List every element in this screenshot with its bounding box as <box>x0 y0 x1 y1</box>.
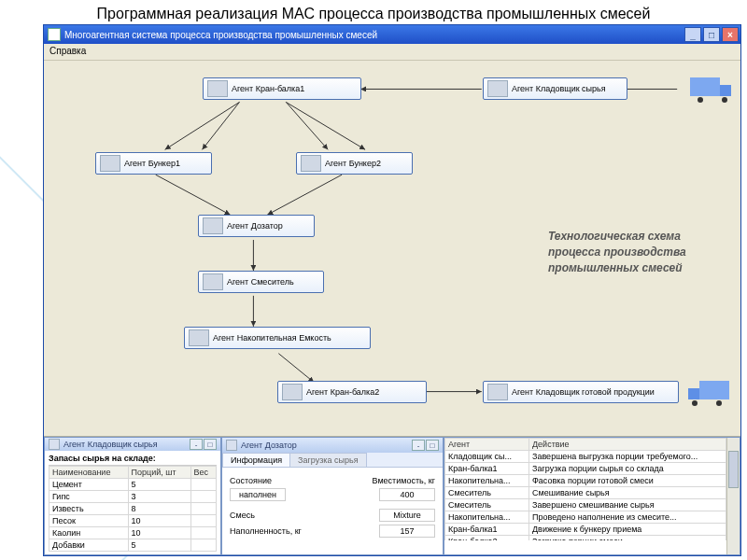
agent-kladovshik-gotovoy[interactable]: Агент Кладовщик готовой продукции <box>483 381 679 403</box>
table-row: СмесительСмешивание сырья <box>445 487 726 499</box>
panel-max-button[interactable]: □ <box>426 440 439 451</box>
svg-line-5 <box>286 102 365 149</box>
label-fill: Наполненность, кг <box>230 526 302 536</box>
panel-stock: Агент Кладовщик сырья -□ Запасы сырья на… <box>44 437 221 555</box>
app-icon <box>48 28 61 41</box>
page-title: Программная реализация МАС процесса прои… <box>0 0 747 24</box>
agent-smesitel[interactable]: Агент Смеситель <box>198 271 324 293</box>
table-row: СмесительЗавершено смешивание сырья <box>445 499 726 511</box>
panel-max-button[interactable]: □ <box>204 439 217 450</box>
panel-min-button[interactable]: - <box>412 440 425 451</box>
crane-icon <box>207 80 228 97</box>
value-state: наполнен <box>230 488 286 501</box>
table-row: Песок10 <box>49 515 217 527</box>
agent-kran-balka2[interactable]: Агент Кран-балка2 <box>277 381 427 403</box>
panel-dozator: Агент Дозатор -□ Информация Загрузка сыр… <box>221 437 444 555</box>
warehouse-icon <box>487 384 508 400</box>
schema-caption: Технологическая схема процесса производс… <box>548 229 726 275</box>
table-row: Кран-балка1Движение к бункеру приема <box>445 524 726 536</box>
table-row: Известь8 <box>49 503 217 515</box>
truck-icon <box>686 77 731 100</box>
bunker-icon <box>100 155 120 172</box>
window-title: Многоагентная система процесса производс… <box>64 30 377 40</box>
minimize-button[interactable]: _ <box>684 27 701 42</box>
doser-icon <box>226 440 237 451</box>
agent-kran-balka1[interactable]: Агент Кран-балка1 <box>203 77 361 100</box>
label-mix: Смесь <box>230 511 255 520</box>
agent-label: Агент Кладовщик готовой продукции <box>512 387 655 397</box>
agent-label: Агент Смеситель <box>227 277 294 287</box>
diagram-canvas: Агент Кран-балка1 Агент Кладовщик сырья … <box>44 61 740 438</box>
log-table: Агент Действие Кладовщик сы...Завершена … <box>444 438 726 540</box>
agent-dozator[interactable]: Агент Дозатор <box>198 215 315 237</box>
agent-label: Агент Дозатор <box>227 221 283 231</box>
agent-label: Агент Бункер1 <box>124 159 180 168</box>
maximize-button[interactable]: □ <box>703 27 720 42</box>
agent-bunker1[interactable]: Агент Бункер1 <box>95 152 212 175</box>
bunker-icon <box>301 155 321 172</box>
label-state: Состояние <box>230 476 272 485</box>
svg-line-6 <box>156 175 231 215</box>
table-row: Кран-балка1Загрузка порции сырья со скла… <box>445 463 726 475</box>
agent-label: Агент Накопительная Емкость <box>213 333 331 343</box>
table-row: Кладовщик сы...Завершена выгрузка порции… <box>445 451 726 463</box>
table-row: Кран-балка2Загрузка порции смеси <box>445 536 726 541</box>
panel-dozator-titlebar[interactable]: Агент Дозатор -□ <box>222 438 443 453</box>
agent-bunker2[interactable]: Агент Бункер2 <box>296 152 413 175</box>
panel-stock-titlebar[interactable]: Агент Кладовщик сырья -□ <box>45 438 220 451</box>
stock-subtitle: Запасы сырья на складе: <box>49 454 217 466</box>
value-mix: Mixture <box>379 509 435 522</box>
titlebar[interactable]: Многоагентная система процесса производс… <box>44 25 740 44</box>
agent-kladovshik-syrya[interactable]: Агент Кладовщик сырья <box>483 77 627 100</box>
tab-info[interactable]: Информация <box>222 453 290 467</box>
col-action: Действие <box>529 439 726 451</box>
doser-icon <box>203 217 223 234</box>
col-qty: Порций, шт <box>128 467 190 479</box>
menu-help[interactable]: Справка <box>49 46 86 56</box>
mixer-icon <box>203 273 223 290</box>
agent-label: Агент Кладовщик сырья <box>512 84 606 93</box>
agent-label: Агент Кран-балка2 <box>306 387 379 397</box>
panel-min-button[interactable]: - <box>190 439 203 450</box>
table-row: Цемент5 <box>49 479 217 491</box>
stock-table: Наименование Порций, шт Вес Цемент5 Гипс… <box>49 466 217 552</box>
svg-line-4 <box>286 102 328 149</box>
label-capacity: Вместимость, кг <box>373 476 435 485</box>
agent-label: Агент Бункер2 <box>325 159 381 168</box>
col-agent: Агент <box>445 439 529 451</box>
main-window: Многоагентная система процесса производс… <box>43 24 741 556</box>
panel-title: Агент Кладовщик сырья <box>63 440 158 449</box>
value-fill: 157 <box>379 525 435 538</box>
warehouse-icon <box>49 439 60 450</box>
crane-icon <box>282 384 303 400</box>
col-name: Наименование <box>49 467 129 479</box>
agent-nakopitelnaya-emkost[interactable]: Агент Накопительная Емкость <box>184 327 371 349</box>
panel-title: Агент Дозатор <box>241 441 297 450</box>
value-capacity: 400 <box>379 488 435 501</box>
log-scrollbar[interactable] <box>726 438 740 554</box>
truck-icon <box>688 381 733 403</box>
warehouse-icon <box>487 80 508 97</box>
col-weight: Вес <box>190 467 216 479</box>
tank-icon <box>189 329 209 346</box>
menubar: Справка <box>44 44 740 61</box>
svg-line-3 <box>203 102 240 149</box>
svg-line-10 <box>278 354 314 383</box>
panel-log: Агент Действие Кладовщик сы...Завершена … <box>444 437 740 555</box>
tab-load[interactable]: Загрузка сырья <box>289 453 366 467</box>
bottom-panels: Агент Кладовщик сырья -□ Запасы сырья на… <box>44 436 740 555</box>
table-row: Каолин10 <box>49 527 217 539</box>
table-row: Добавки5 <box>49 539 217 552</box>
close-button[interactable]: × <box>722 27 739 42</box>
agent-label: Агент Кран-балка1 <box>232 84 304 93</box>
table-row: Гипс3 <box>49 491 217 503</box>
svg-line-2 <box>165 102 240 149</box>
svg-line-7 <box>267 175 342 215</box>
table-row: Накопительна...Фасовка порции готовой см… <box>445 475 726 487</box>
table-row: Накопительна...Проведено наполнение из с… <box>445 511 726 524</box>
